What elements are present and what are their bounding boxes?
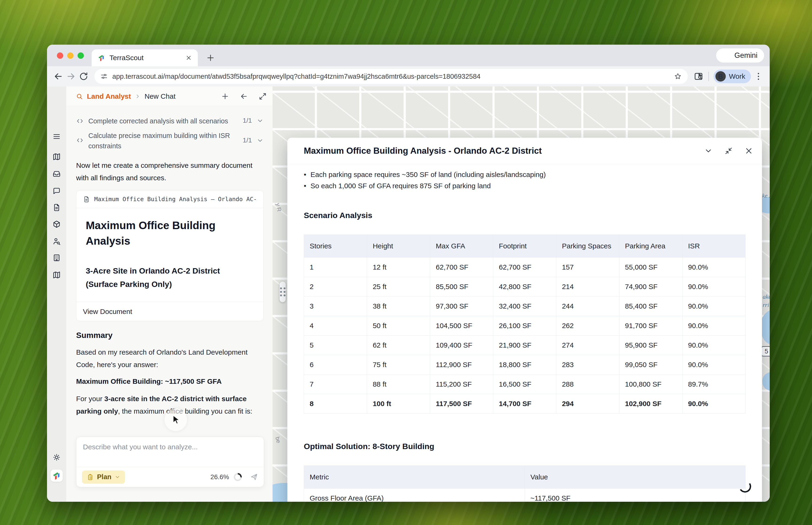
table-cell: 85,400 SF <box>619 297 682 316</box>
sidebar-rail <box>47 87 66 502</box>
table-cell: 288 <box>556 375 619 394</box>
chat-panel: Land Analyst New Chat Complete corrected… <box>66 87 273 502</box>
document-card-filename: Maximum Office Building Analysis — Orlan… <box>94 196 257 202</box>
document-title: Maximum Office Building Analysis <box>86 217 254 249</box>
profile-button[interactable]: B Work <box>714 70 751 83</box>
reload-button[interactable] <box>78 71 89 81</box>
table-cell: 99,050 SF <box>619 355 682 375</box>
panel-resize-handle[interactable] <box>280 282 286 302</box>
chat-header: Land Analyst New Chat <box>66 87 273 106</box>
back-button[interactable] <box>53 71 63 81</box>
table-cell: 115,200 SF <box>430 375 493 394</box>
table-cell: 25 ft <box>367 277 430 297</box>
browser-menu-icon[interactable] <box>753 71 764 81</box>
url-bar[interactable]: app.terrascout.ai/map/document/atwd53f5b… <box>94 69 688 84</box>
table-cell: 75 ft <box>367 355 430 375</box>
browser-tab[interactable]: TerraScout <box>92 49 198 66</box>
terrascout-logo[interactable] <box>50 469 63 482</box>
chevron-down-icon[interactable] <box>257 137 264 144</box>
scenario-analysis-table: StoriesHeightMax GFAFootprintParking Spa… <box>304 235 746 414</box>
cube-icon[interactable] <box>52 220 61 228</box>
column-header: ISR <box>682 235 745 258</box>
table-cell: ~117,500 SF <box>525 489 746 502</box>
tool-call-row[interactable]: Complete corrected analysis with all sce… <box>76 116 264 126</box>
table-row: 788 ft115,200 SF16,500 SF288100,800 SF89… <box>304 375 746 394</box>
chat-input[interactable] <box>76 437 264 467</box>
collapse-section-icon[interactable] <box>704 147 713 155</box>
table-cell: 7 <box>304 375 367 394</box>
back-chat-button[interactable] <box>240 92 248 101</box>
table-cell: 8 <box>304 394 367 414</box>
table-cell: 294 <box>556 394 619 414</box>
chat-icon[interactable] <box>52 187 61 195</box>
table-cell: 97,300 SF <box>430 297 493 316</box>
browser-window: TerraScout Gemini app.terrascout.ai/map/… <box>47 45 770 502</box>
table-cell: 62 ft <box>367 335 430 355</box>
toolbar-divider <box>708 72 709 81</box>
minimize-modal-icon[interactable] <box>724 147 733 155</box>
map-label-fragment: be <box>274 436 282 444</box>
expand-panel-button[interactable] <box>258 92 267 101</box>
table-cell: 14,700 SF <box>493 394 556 414</box>
send-icon[interactable] <box>250 473 258 481</box>
chat-input-toolbar: Plan 26.6% <box>76 467 264 487</box>
table-row: 450 ft104,500 SF26,100 SF26291,700 SF90.… <box>304 316 746 335</box>
document-card-header: Maximum Office Building Analysis — Orlan… <box>76 190 263 208</box>
table-cell: 90.0% <box>682 394 745 414</box>
modal-body[interactable]: Each parking space requires ~350 SF of l… <box>287 164 762 502</box>
terrascout-favicon <box>98 54 105 62</box>
maximize-window-button[interactable] <box>78 52 84 59</box>
avatar: B <box>716 71 726 81</box>
assistant-message: Now let me create a comprehensive summar… <box>76 159 264 184</box>
chevron-down-icon[interactable] <box>257 117 264 124</box>
table-cell: 12 ft <box>367 258 430 277</box>
close-tab-icon[interactable] <box>186 55 192 61</box>
new-chat-button[interactable] <box>221 92 229 101</box>
view-document-button[interactable]: View Document <box>76 302 263 321</box>
new-tab-button[interactable] <box>206 53 215 62</box>
table-cell: 88 ft <box>367 375 430 394</box>
table-cell: 85,500 SF <box>430 277 493 297</box>
minimize-window-button[interactable] <box>67 52 74 59</box>
menu-icon[interactable] <box>52 132 61 141</box>
column-header: Footprint <box>493 235 556 258</box>
map-layers-icon[interactable] <box>52 271 61 279</box>
column-header: Stories <box>304 235 367 258</box>
plan-mode-button[interactable]: Plan <box>82 470 125 484</box>
column-header: Parking Spaces <box>556 235 619 258</box>
inbox-icon[interactable] <box>52 170 61 178</box>
search-panel-icon[interactable] <box>693 71 704 81</box>
url-text[interactable]: app.terrascout.ai/map/document/atwd53f5b… <box>112 73 669 80</box>
table-cell: 5 <box>304 335 367 355</box>
summary-paragraph: Based on my research of Orlando's Land D… <box>76 346 264 371</box>
table-cell: 18,800 SF <box>493 355 556 375</box>
breadcrumb-agent[interactable]: Land Analyst <box>87 92 131 100</box>
theme-sun-icon[interactable] <box>52 453 61 462</box>
forward-button[interactable] <box>66 71 76 81</box>
site-settings-icon[interactable] <box>100 72 108 80</box>
gemini-sparkle-icon <box>723 51 731 60</box>
plan-label: Plan <box>97 473 111 481</box>
document-icon[interactable] <box>52 203 61 212</box>
table-cell: 74,900 SF <box>619 277 682 297</box>
tool-call-count: 1/1 <box>243 117 252 124</box>
gemini-button[interactable]: Gemini <box>716 48 764 62</box>
map-icon[interactable] <box>52 152 61 161</box>
table-cell: 55,000 SF <box>619 258 682 277</box>
table-cell: 90.0% <box>682 277 745 297</box>
chevron-right-icon <box>135 93 141 100</box>
column-header: Metric <box>304 466 525 489</box>
close-modal-icon[interactable] <box>745 147 753 155</box>
tool-call-row[interactable]: Calculate precise maximum building withi… <box>76 131 264 151</box>
close-window-button[interactable] <box>57 52 63 59</box>
bookmark-star-icon[interactable] <box>674 72 682 80</box>
document-card[interactable]: Maximum Office Building Analysis — Orlan… <box>76 190 264 321</box>
table-cell: 21,900 SF <box>493 335 556 355</box>
table-cell: 1 <box>304 258 367 277</box>
table-cell: 26,100 SF <box>493 316 556 335</box>
user-search-icon[interactable] <box>52 237 61 245</box>
table-cell: 2 <box>304 277 367 297</box>
building-icon[interactable] <box>52 254 61 262</box>
table-cell: 100,800 SF <box>619 375 682 394</box>
table-cell: 4 <box>304 316 367 335</box>
